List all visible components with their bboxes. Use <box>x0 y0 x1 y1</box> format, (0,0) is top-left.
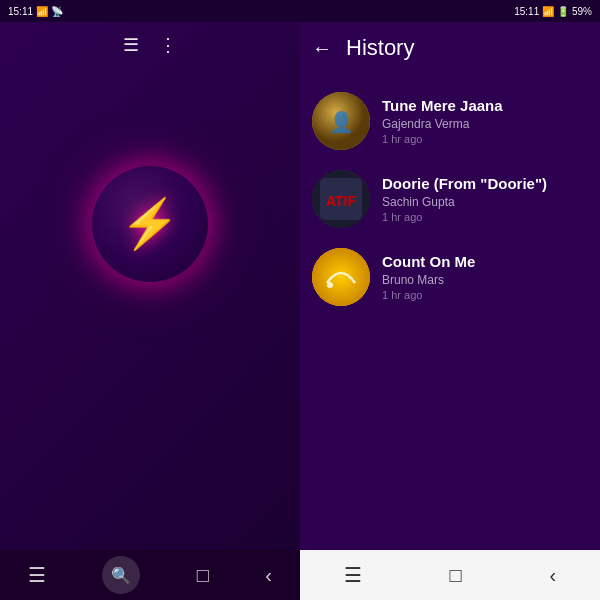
status-bar: 15:11 📶 📡 15:11 📶 🔋 59% <box>0 0 600 22</box>
main-layout: ☰ ⋮ ⚡ ☰ 🔍 □ ‹ ← History <box>0 22 600 600</box>
song-time-2: 1 hr ago <box>382 211 588 223</box>
bottom-nav-right: ☰ □ ‹ <box>300 550 600 600</box>
more-icon[interactable]: ⋮ <box>159 34 177 56</box>
svg-text:👤: 👤 <box>329 110 354 134</box>
status-time-left: 15:11 <box>8 6 33 17</box>
menu-icon[interactable]: ☰ <box>123 34 139 56</box>
song-title-2: Doorie (From "Doorie") <box>382 175 588 192</box>
lightning-bolt-icon: ⚡ <box>120 196 180 252</box>
list-item[interactable]: ATIF Doorie (From "Doorie") Sachin Gupta… <box>300 160 600 238</box>
list-item[interactable]: Count On Me Bruno Mars 1 hr ago <box>300 238 600 316</box>
header: ← History <box>300 22 600 74</box>
nav-back-right-icon[interactable]: ‹ <box>549 564 556 587</box>
nav-menu-right-icon[interactable]: ☰ <box>344 563 362 587</box>
svg-point-7 <box>312 248 370 306</box>
song-artwork-1: 👤 <box>312 92 370 150</box>
bottom-nav-left: ☰ 🔍 □ ‹ <box>0 550 300 600</box>
list-item[interactable]: 👤 Tune Mere Jaana Gajendra Verma 1 hr ag… <box>300 82 600 160</box>
song-time-3: 1 hr ago <box>382 289 588 301</box>
song-list: 👤 Tune Mere Jaana Gajendra Verma 1 hr ag… <box>300 74 600 550</box>
status-right: 15:11 📶 🔋 59% <box>514 6 592 17</box>
search-icon[interactable]: 🔍 <box>111 566 131 585</box>
lightning-circle: ⚡ <box>90 164 210 284</box>
song-info-3: Count On Me Bruno Mars 1 hr ago <box>382 253 588 301</box>
nav-menu-icon[interactable]: ☰ <box>28 563 46 587</box>
status-icons-left: 📶 📡 <box>36 6 63 17</box>
left-top-icons: ☰ ⋮ <box>0 22 300 64</box>
status-time-right: 15:11 <box>514 6 539 17</box>
song-info-1: Tune Mere Jaana Gajendra Verma 1 hr ago <box>382 97 588 145</box>
search-active-button[interactable]: 🔍 <box>102 556 140 594</box>
status-icons-right: 📶 🔋 <box>542 6 569 17</box>
page-title: History <box>346 35 414 61</box>
nav-square-icon[interactable]: □ <box>197 564 209 587</box>
right-panel: ← History 👤 <box>300 22 600 600</box>
song-artist-3: Bruno Mars <box>382 273 588 287</box>
song-title-3: Count On Me <box>382 253 588 270</box>
lightning-container[interactable]: ⚡ <box>70 144 230 304</box>
song-time-1: 1 hr ago <box>382 133 588 145</box>
song-info-2: Doorie (From "Doorie") Sachin Gupta 1 hr… <box>382 175 588 223</box>
song-artist-1: Gajendra Verma <box>382 117 588 131</box>
back-button[interactable]: ← <box>312 37 332 60</box>
song-artwork-3 <box>312 248 370 306</box>
song-artist-2: Sachin Gupta <box>382 195 588 209</box>
svg-point-8 <box>327 282 333 288</box>
song-title-1: Tune Mere Jaana <box>382 97 588 114</box>
svg-text:ATIF: ATIF <box>326 193 357 209</box>
battery-percent: 59% <box>572 6 592 17</box>
left-panel: ☰ ⋮ ⚡ ☰ 🔍 □ ‹ <box>0 22 300 600</box>
nav-back-icon[interactable]: ‹ <box>265 564 272 587</box>
nav-square-right-icon[interactable]: □ <box>450 564 462 587</box>
status-left: 15:11 📶 📡 <box>8 6 63 17</box>
song-artwork-2: ATIF <box>312 170 370 228</box>
